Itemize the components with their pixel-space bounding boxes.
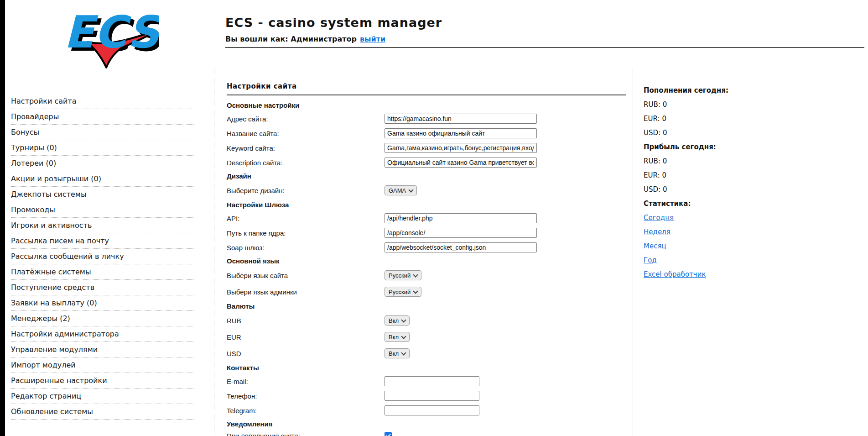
sidebar-item[interactable]: Импорт модулей [11, 357, 195, 373]
excel-handler-link[interactable]: Excel обработчик [644, 270, 706, 278]
site-description-label: Description сайта: [227, 159, 385, 167]
telegram-input[interactable] [385, 405, 479, 415]
form-row: API: [227, 211, 626, 226]
site-language-selected-value: Русский [389, 272, 411, 279]
ecs-logo: ECS ECS [62, 6, 159, 69]
chevron-down-icon [401, 350, 406, 355]
login-status-text: Вы вошли как: Администратор [225, 35, 357, 43]
sidebar-item[interactable]: Настройки сайта [11, 94, 195, 109]
design-select[interactable]: GAMA [385, 185, 417, 195]
email-label: E-mail: [227, 378, 385, 385]
deposit-notify-label: При пополнение счета: [227, 432, 385, 436]
sidebar-item[interactable]: Расширенные настройки [11, 373, 195, 389]
rub-select[interactable]: Вкл [385, 315, 410, 326]
site-address-input[interactable] [385, 114, 537, 124]
design-section: Дизайн [227, 170, 626, 182]
sidebar-item[interactable]: Игроки и активность [11, 218, 195, 233]
phone-input[interactable] [385, 391, 479, 401]
admin-language-label: Выбери язык админки [227, 288, 385, 296]
statistics-heading: Статистика: [644, 196, 794, 210]
sidebar-item[interactable]: Лотереи (0) [11, 156, 195, 171]
stat-link-row: Неделя [644, 225, 794, 239]
stat-value: 0 [662, 171, 666, 179]
telegram-label: Telegram: [227, 407, 385, 415]
sidebar-item[interactable]: Поступление средств [11, 280, 195, 295]
eur-select[interactable]: Вкл [385, 332, 410, 342]
stat-label: RUB: [644, 157, 660, 165]
stat-label: USD: [644, 129, 660, 137]
currencies-section: Валюты [227, 300, 626, 312]
usd-select[interactable]: Вкл [385, 348, 410, 358]
stat-link-row: Месяц [644, 239, 794, 253]
rub-selected-value: Вкл [389, 317, 399, 324]
form-row: Путь к папке ядра: [227, 226, 626, 240]
sidebar-item[interactable]: Обновление системы [11, 404, 195, 420]
left-edge-bar [0, 0, 5, 436]
form-row: USDВкл [227, 345, 626, 362]
site-description-input[interactable] [385, 158, 537, 168]
sidebar-item[interactable]: Платёжные системы [11, 264, 195, 280]
profit-today-heading: Прибыль сегодня: [644, 140, 794, 154]
form-row: E-mail: [227, 374, 626, 389]
design-label: Выберите дизайн: [227, 187, 385, 194]
soap-gateway-label: Soap шлюз: [227, 244, 385, 252]
header-divider [225, 47, 864, 48]
sidebar-item[interactable]: Акции и розыгрыши (0) [11, 171, 195, 187]
usd-label: USD [227, 350, 385, 357]
sidebar-item[interactable]: Турниры (0) [11, 140, 195, 156]
rub-label: RUB [227, 317, 385, 325]
chevron-down-icon [401, 334, 406, 339]
gateway-settings-section: Настройки Шлюза [227, 199, 626, 211]
api-label: API: [227, 215, 385, 222]
stats-week-link[interactable]: Неделя [644, 228, 670, 236]
site-address-label: Адрес сайта: [227, 115, 385, 123]
usd-selected-value: Вкл [389, 350, 399, 357]
stats-year-link[interactable]: Год [644, 256, 657, 264]
core-folder-label: Путь к папке ядра: [227, 229, 385, 237]
core-folder-input[interactable] [385, 228, 537, 238]
stat-line: EUR:0 [644, 111, 794, 126]
sidebar-item[interactable]: Управление модулями [11, 342, 195, 357]
site-language-select[interactable]: Русский [385, 270, 421, 280]
phone-label: Телефон: [227, 392, 385, 400]
site-keyword-input[interactable] [385, 143, 537, 153]
basic-settings-section: Основные настройки [227, 99, 626, 111]
api-input[interactable] [385, 213, 537, 223]
sidebar-item[interactable]: Джекпоты системы [11, 187, 195, 202]
stats-today-link[interactable]: Сегодня [644, 214, 674, 222]
stat-value: 0 [663, 157, 667, 165]
site-name-label: Название сайта: [227, 130, 385, 137]
site-keyword-label: Keyword сайта: [227, 144, 385, 152]
admin-language-select[interactable]: Русский [385, 287, 421, 297]
sidebar-item[interactable]: Настройки администратора [11, 326, 195, 342]
sidebar-item[interactable]: Рассылка писем на почту [11, 233, 195, 249]
sidebar-main-divider [214, 68, 214, 436]
site-name-input[interactable] [385, 128, 537, 138]
soap-gateway-input[interactable] [385, 242, 537, 252]
deposit-notify-checkbox[interactable] [385, 432, 392, 436]
stat-label: EUR: [644, 171, 660, 179]
form-row: Адрес сайта: [227, 111, 626, 126]
chevron-down-icon [401, 317, 406, 322]
design-selected-value: GAMA [389, 187, 406, 194]
stat-line: EUR:0 [644, 168, 794, 182]
sidebar-item[interactable]: Редактор страниц [11, 389, 195, 404]
sidebar-item[interactable]: Заявки на выплату (0) [11, 295, 195, 311]
logout-link[interactable]: выйти [360, 35, 385, 43]
title-divider [227, 95, 626, 95]
stat-value: 0 [663, 185, 667, 194]
sidebar-item[interactable]: Менеджеры (2) [11, 311, 195, 326]
eur-selected-value: Вкл [389, 334, 399, 341]
stat-link-row: Excel обработчик [644, 267, 794, 281]
stat-label: RUB: [644, 100, 660, 109]
form-row: Выберите дизайн:GAMA [227, 182, 626, 199]
sidebar-item[interactable]: Бонусы [11, 125, 195, 140]
stat-link-row: Год [644, 253, 794, 267]
form-row: Название сайта: [227, 126, 626, 141]
email-input[interactable] [385, 376, 479, 386]
sidebar-item[interactable]: Провайдеры [11, 109, 195, 125]
sidebar-item[interactable]: Промокоды [11, 202, 195, 218]
sidebar-item[interactable]: Рассылка сообщений в личку [11, 249, 195, 264]
stats-month-link[interactable]: Месяц [644, 242, 666, 250]
site-language-label: Выбери язык сайта [227, 272, 385, 279]
